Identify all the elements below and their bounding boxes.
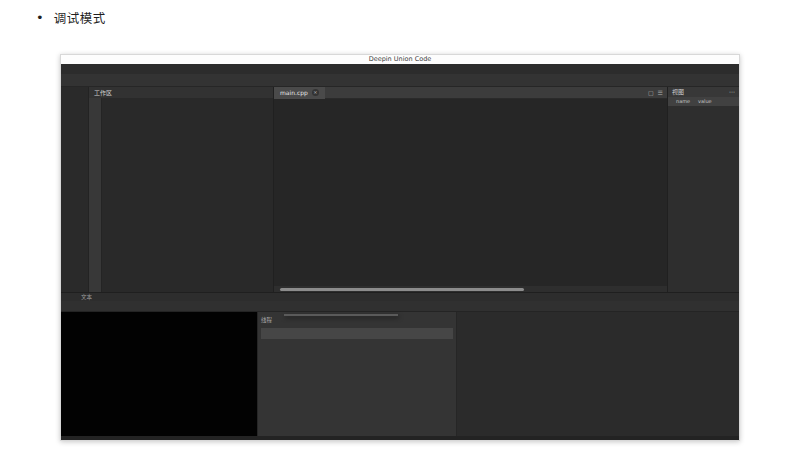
thread-dropdown-list: [284, 314, 398, 316]
code-editor: main.cpp × ▢ ☰: [274, 87, 667, 292]
debugger-output[interactable]: [457, 312, 739, 436]
bottom-tabbar: [61, 301, 739, 312]
workspace-vertical-tabs: [89, 98, 102, 292]
variables-columns: name value: [668, 97, 739, 106]
stack-table: [261, 328, 453, 350]
activity-bar: [61, 87, 89, 292]
variables-header: 视图: [672, 87, 684, 97]
titlebar[interactable]: Deepin Union Code: [61, 55, 739, 64]
bullet-icon: •: [36, 10, 44, 25]
ide-window: Deepin Union Code 工作区 main.cpp × ▢ ☰: [60, 54, 740, 441]
variables-panel: 视图 ⋯ name value: [667, 87, 739, 292]
close-tab-icon[interactable]: ×: [312, 89, 319, 96]
editor-body[interactable]: [274, 99, 667, 286]
bullet-label: 调试模式: [54, 8, 106, 27]
panel-menu-icon[interactable]: ⋯: [729, 87, 735, 97]
workspace-header: 工作区: [89, 87, 273, 98]
threads-label: 线程: [261, 316, 272, 324]
split-editor-icon[interactable]: ▢: [648, 89, 654, 96]
bottom-panel: 文本 线程: [61, 292, 739, 440]
editor-menu-icon[interactable]: ☰: [658, 89, 663, 96]
project-tree: [102, 98, 273, 292]
workspace-panel: 工作区: [89, 87, 274, 292]
bottom-section-label: 文本: [61, 293, 739, 301]
stack-frame-row[interactable]: [261, 339, 453, 350]
editor-tab-main-cpp[interactable]: main.cpp ×: [274, 87, 325, 99]
col-name: name: [668, 97, 698, 106]
editor-tabbar: main.cpp × ▢ ☰: [274, 87, 667, 99]
window-title: Deepin Union Code: [369, 55, 432, 63]
main-area: 工作区 main.cpp × ▢ ☰ 视图: [61, 87, 739, 292]
stack-threads-panel: 线程: [257, 312, 457, 436]
menubar: [61, 64, 739, 74]
editor-tab-label: main.cpp: [280, 89, 308, 96]
editor-hscrollbar[interactable]: [274, 286, 667, 292]
window-footer: [61, 436, 739, 440]
col-value: value: [698, 97, 739, 106]
console-terminal[interactable]: [61, 312, 257, 436]
page-bullet-item: • 调试模式: [36, 8, 106, 27]
hscroll-thumb[interactable]: [280, 288, 524, 291]
debug-toolbar: [61, 74, 739, 87]
